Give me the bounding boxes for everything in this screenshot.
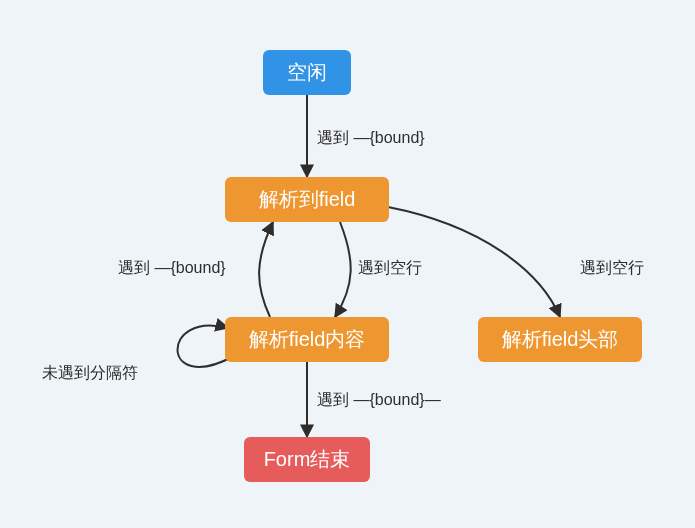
label-self-content: 未遇到分隔符 bbox=[42, 363, 138, 384]
diagram-canvas: 空闲 解析到field 解析field内容 解析field头部 Form结束 遇… bbox=[0, 0, 695, 528]
node-parse-content: 解析field内容 bbox=[225, 317, 389, 362]
node-idle: 空闲 bbox=[263, 50, 351, 95]
label-parse-to-content: 遇到空行 bbox=[358, 258, 422, 279]
node-form-end: Form结束 bbox=[244, 437, 370, 482]
label-content-to-parse: 遇到 —{bound} bbox=[118, 258, 226, 279]
node-parse-field: 解析到field bbox=[225, 177, 389, 222]
edge-self-content bbox=[177, 325, 232, 366]
edge-parse-to-content bbox=[335, 222, 351, 317]
edge-content-to-parse bbox=[259, 222, 273, 317]
label-parse-to-header: 遇到空行 bbox=[580, 258, 644, 279]
label-content-to-end: 遇到 —{bound}— bbox=[317, 390, 441, 411]
label-idle-to-parse: 遇到 —{bound} bbox=[317, 128, 425, 149]
node-parse-header: 解析field头部 bbox=[478, 317, 642, 362]
